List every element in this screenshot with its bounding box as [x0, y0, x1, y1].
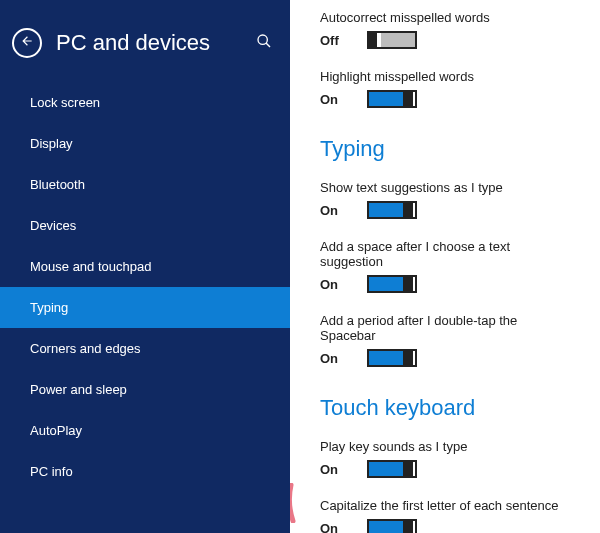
svg-point-0 [258, 35, 267, 44]
setting-control-row: On [320, 519, 574, 533]
toggle-switch[interactable] [367, 460, 417, 478]
setting-control-row: Off [320, 31, 574, 49]
sidebar: PC and devices Lock screenDisplayBluetoo… [0, 0, 290, 533]
setting-control-row: On [320, 201, 574, 219]
content-pane[interactable]: Autocorrect misspelled wordsOffHighlight… [290, 0, 600, 533]
sidebar-nav: Lock screenDisplayBluetoothDevicesMouse … [0, 82, 290, 533]
sidebar-header: PC and devices [0, 0, 290, 82]
highlight-annotation [290, 483, 299, 523]
section-heading: Touch keyboard [320, 395, 574, 421]
setting-control-row: On [320, 90, 574, 108]
setting-item: Play key sounds as I typeOn [320, 439, 574, 478]
setting-label: Autocorrect misspelled words [320, 10, 574, 25]
search-icon [256, 35, 272, 52]
sidebar-item-typing[interactable]: Typing [0, 287, 290, 328]
svg-line-1 [266, 43, 270, 47]
toggle-switch[interactable] [367, 275, 417, 293]
sidebar-item-pc-info[interactable]: PC info [0, 451, 290, 492]
sidebar-item-power-and-sleep[interactable]: Power and sleep [0, 369, 290, 410]
setting-label: Show text suggestions as I type [320, 180, 574, 195]
setting-state: On [320, 351, 345, 366]
setting-item: Show text suggestions as I typeOn [320, 180, 574, 219]
toggle-switch[interactable] [367, 31, 417, 49]
setting-state: On [320, 521, 345, 534]
setting-state: On [320, 203, 345, 218]
setting-state: Off [320, 33, 345, 48]
setting-label: Highlight misspelled words [320, 69, 574, 84]
setting-item: Autocorrect misspelled wordsOff [320, 10, 574, 49]
setting-state: On [320, 92, 345, 107]
setting-control-row: On [320, 349, 574, 367]
sidebar-item-mouse-and-touchpad[interactable]: Mouse and touchpad [0, 246, 290, 287]
sidebar-item-corners-and-edges[interactable]: Corners and edges [0, 328, 290, 369]
setting-item: Capitalize the first letter of each sent… [320, 498, 574, 533]
setting-label: Add a space after I choose a text sugges… [320, 239, 574, 269]
back-button[interactable] [12, 28, 42, 58]
toggle-switch[interactable] [367, 201, 417, 219]
setting-state: On [320, 462, 345, 477]
setting-control-row: On [320, 460, 574, 478]
sidebar-item-devices[interactable]: Devices [0, 205, 290, 246]
setting-label: Play key sounds as I type [320, 439, 574, 454]
setting-state: On [320, 277, 345, 292]
setting-item: Add a space after I choose a text sugges… [320, 239, 574, 293]
setting-control-row: On [320, 275, 574, 293]
sidebar-item-autoplay[interactable]: AutoPlay [0, 410, 290, 451]
page-title: PC and devices [56, 30, 256, 56]
toggle-switch[interactable] [367, 349, 417, 367]
sidebar-item-bluetooth[interactable]: Bluetooth [0, 164, 290, 205]
setting-label: Add a period after I double-tap the Spac… [320, 313, 574, 343]
toggle-switch[interactable] [367, 90, 417, 108]
sidebar-item-lock-screen[interactable]: Lock screen [0, 82, 290, 123]
section-heading: Typing [320, 136, 574, 162]
setting-label: Capitalize the first letter of each sent… [320, 498, 574, 513]
arrow-left-icon [20, 34, 34, 52]
sidebar-item-display[interactable]: Display [0, 123, 290, 164]
search-button[interactable] [256, 33, 272, 53]
setting-item: Highlight misspelled wordsOn [320, 69, 574, 108]
setting-item: Add a period after I double-tap the Spac… [320, 313, 574, 367]
toggle-switch[interactable] [367, 519, 417, 533]
